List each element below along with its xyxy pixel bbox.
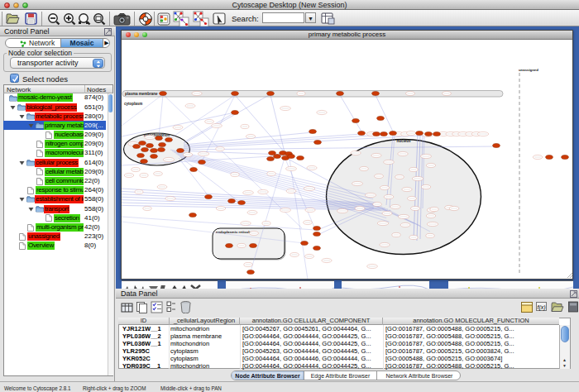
svg-text:unassigned: unassigned [519,68,538,72]
svg-text:cytoplasm: cytoplasm [124,102,142,106]
svg-text:plasma membrane: plasma membrane [125,92,158,96]
svg-text:nucleus: nucleus [396,139,411,143]
